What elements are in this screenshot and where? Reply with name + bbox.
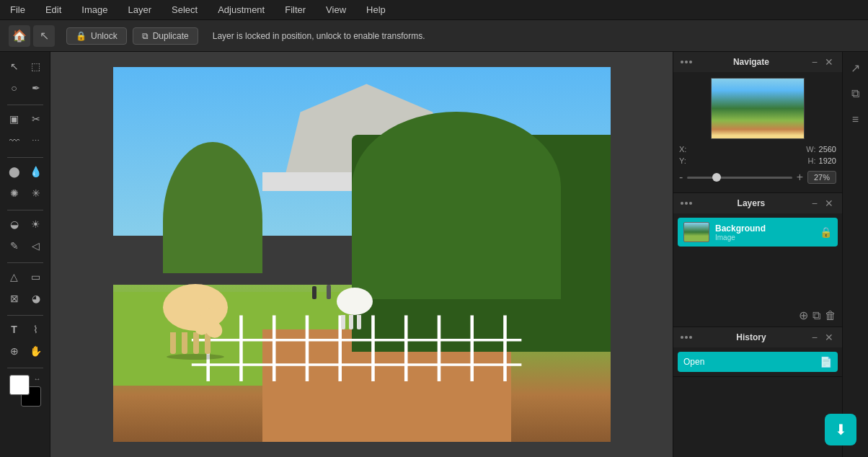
navigate-header: Navigate − ✕ <box>673 52 842 72</box>
alpaca2-leg-1 <box>341 315 345 329</box>
history-title: History <box>736 332 766 342</box>
alpaca2-leg-3 <box>357 315 361 329</box>
layer-lock-icon: 🔒 <box>820 226 832 238</box>
layer-item-background[interactable]: Background Image 🔒 <box>678 218 838 247</box>
add-layer-button[interactable]: ⊕ <box>799 309 808 322</box>
history-item-open[interactable]: Open 📄 <box>678 352 838 372</box>
menu-layer[interactable]: Layer <box>124 3 156 17</box>
color-swatches[interactable]: ↔ <box>9 375 41 407</box>
layers-close[interactable]: ✕ <box>823 198 835 209</box>
right-panel: Navigate − ✕ X: W: 2560 <box>673 52 842 457</box>
navigate-section: Navigate − ✕ X: W: 2560 <box>673 52 842 193</box>
layers-section: Layers − ✕ Background Image 🔒 <box>673 193 842 327</box>
history-close[interactable]: ✕ <box>823 332 835 343</box>
duplicate-button[interactable]: ⧉ Duplicate <box>133 27 198 45</box>
h-coord: H: 1920 <box>808 156 836 165</box>
navigate-controls: − ✕ <box>810 56 835 68</box>
gradient-tool[interactable]: ◒ <box>4 214 25 234</box>
menu-select[interactable]: Select <box>167 3 202 17</box>
lock-icon: 🔒 <box>76 31 87 41</box>
h-label: H: <box>808 156 816 165</box>
stamp-tool[interactable]: ⋯ <box>26 130 46 151</box>
history-minimize[interactable]: − <box>810 332 819 343</box>
x-coord: X: <box>679 145 689 154</box>
w-label: W: <box>806 145 815 154</box>
coords-row-1: X: W: 2560 <box>679 145 836 154</box>
hand-tool[interactable]: ✋ <box>26 341 46 361</box>
navigate-dots-menu[interactable] <box>681 61 692 63</box>
layers-title: Layers <box>738 198 766 208</box>
left-tools-panel: ↖ ⬚ ○ ✒ ▣ ✂ 〰 ⋯ ⬤ 💧 ✺ ✳ ◒ ☀ ✎ ◁ △ ▭ <box>0 52 50 457</box>
pen-tool[interactable]: ✎ <box>4 236 25 256</box>
text-tool[interactable]: T <box>4 319 25 340</box>
canvas-container: 2560 x 1920 px @ 27% <box>113 67 611 442</box>
lasso-tool[interactable]: ○ <box>4 78 25 98</box>
duplicate-icon: ⧉ <box>142 31 149 41</box>
history-open-label: Open <box>683 357 704 367</box>
delete-layer-button[interactable]: 🗑 <box>825 309 836 322</box>
menu-adjustment[interactable]: Adjustment <box>213 3 269 17</box>
zoom-slider[interactable] <box>687 177 792 179</box>
layers-spacer <box>673 254 842 304</box>
burn-tool[interactable]: ☀ <box>26 214 46 234</box>
layers-header: Layers − ✕ <box>673 193 842 213</box>
shape-tool[interactable]: △ <box>4 267 25 287</box>
canvas-image[interactable] <box>113 67 611 442</box>
navigate-minimize[interactable]: − <box>810 56 819 68</box>
crop-tool[interactable]: ▣ <box>4 109 25 129</box>
alpaca-secondary <box>337 288 373 329</box>
far-right-panel: ↗ ⧉ ≡ ⬇ <box>842 52 868 457</box>
heal-tool[interactable]: ✺ <box>4 183 25 203</box>
zoom-plus-button[interactable]: + <box>797 171 803 184</box>
menu-file[interactable]: File <box>6 3 30 17</box>
zoom-minus-button[interactable]: - <box>679 171 683 184</box>
menu-view[interactable]: View <box>322 3 350 17</box>
unlock-button[interactable]: 🔒 Unlock <box>66 27 127 45</box>
rect-shape-tool[interactable]: ▭ <box>26 267 46 287</box>
layers-far-icon[interactable]: ⧉ <box>846 84 866 104</box>
blob-tool[interactable]: ◕ <box>26 288 46 309</box>
scissors-tool[interactable]: ✂ <box>26 109 46 129</box>
history-dots-menu[interactable] <box>681 336 692 339</box>
layer-thumbnail <box>683 222 709 242</box>
zoom-tool[interactable]: ⊕ <box>4 341 25 361</box>
swap-colors-icon[interactable]: ↔ <box>34 375 41 383</box>
navigate-preview <box>711 78 805 139</box>
eyedropper-tool[interactable]: ✒ <box>26 78 46 98</box>
alpaca-main <box>163 284 228 360</box>
layers-dots-menu[interactable] <box>681 202 692 205</box>
snowflake-tool[interactable]: ✳ <box>26 183 46 203</box>
liquify-tool[interactable]: 〰 <box>4 130 25 151</box>
export-button[interactable]: ⬇ <box>825 414 856 445</box>
h-value: 1920 <box>819 156 836 165</box>
layers-minimize[interactable]: − <box>810 198 819 209</box>
select-tool[interactable]: ↖ <box>4 56 25 76</box>
canvas-area: 2560 x 1920 px @ 27% <box>50 52 673 457</box>
paint-tool[interactable]: ⬤ <box>4 161 25 182</box>
menu-filter[interactable]: Filter <box>280 3 310 17</box>
layers-controls: − ✕ <box>810 198 835 209</box>
foreground-color-swatch[interactable] <box>9 375 30 395</box>
arrow-right-icon[interactable]: ↗ <box>846 58 866 78</box>
w-coord: W: 2560 <box>806 145 836 154</box>
sharpen-tool[interactable]: ◁ <box>26 236 46 256</box>
pointer-icon[interactable]: ↖ <box>33 25 55 47</box>
history-controls: − ✕ <box>810 332 835 343</box>
adjust-far-icon[interactable]: ≡ <box>846 110 866 130</box>
navigate-close[interactable]: ✕ <box>823 56 835 68</box>
menu-edit[interactable]: Edit <box>41 3 66 17</box>
menu-help[interactable]: Help <box>362 3 390 17</box>
zoom-row: - + 27% <box>679 168 836 187</box>
person-2 <box>327 285 331 299</box>
menu-image[interactable]: Image <box>77 3 112 17</box>
dropper-tool[interactable]: 💧 <box>26 161 46 182</box>
marquee-tool[interactable]: ⬚ <box>26 56 46 76</box>
smudge-tool[interactable]: ⌇ <box>26 319 46 340</box>
coords-row-2: Y: H: 1920 <box>679 156 836 165</box>
alpaca-shadow <box>167 354 224 360</box>
duplicate-layer-button[interactable]: ⧉ <box>812 309 820 322</box>
history-section: History − ✕ Open 📄 <box>673 327 842 377</box>
home-icon[interactable]: 🏠 <box>9 25 30 47</box>
y-coord: Y: <box>679 156 689 165</box>
transform-tool[interactable]: ⊠ <box>4 288 25 309</box>
